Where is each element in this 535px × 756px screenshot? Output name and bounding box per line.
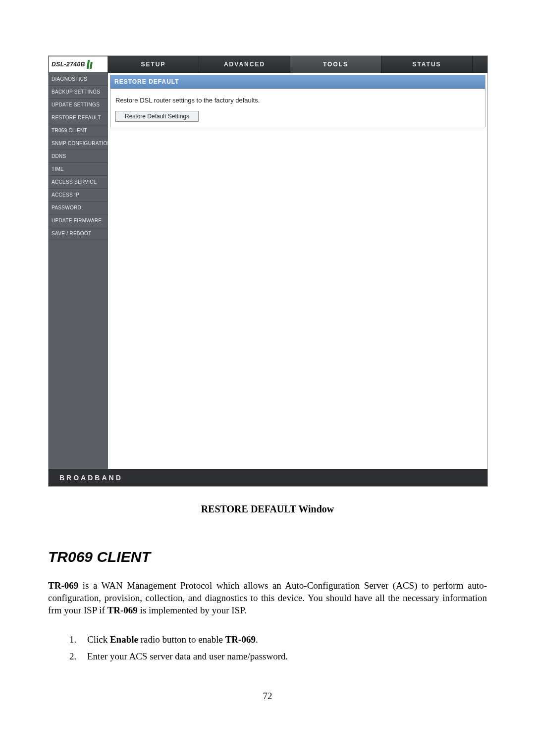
logo-bars-icon: [87, 60, 92, 69]
sidebar-item-snmp-configuration[interactable]: SNMP CONFIGURATION: [49, 137, 108, 150]
section-heading-tr069: TR069 CLIENT: [48, 549, 151, 565]
tab-spacer: [473, 56, 487, 73]
figure-caption: RESTORE DEFAULT Window: [0, 504, 535, 515]
term-tr069-2: TR-069: [107, 605, 138, 615]
tab-status[interactable]: STATUS: [381, 56, 473, 73]
sidebar-item-password[interactable]: PASSWORD: [49, 202, 108, 214]
content-area: RESTORE DEFAULT Restore DSL router setti…: [108, 73, 487, 469]
sidebar-item-save-reboot[interactable]: SAVE / REBOOT: [49, 227, 108, 240]
footer-bar-broadband: BROADBAND: [49, 469, 487, 486]
top-tab-row: DSL-2740B SETUP ADVANCED TOOLS STATUS: [49, 56, 487, 73]
device-model-label: DSL-2740B: [52, 61, 85, 68]
document-page: DSL-2740B SETUP ADVANCED TOOLS STATUS DI…: [0, 0, 535, 756]
sidebar-item-access-ip[interactable]: ACCESS IP: [49, 189, 108, 202]
term-tr069-1: TR-069: [48, 580, 78, 591]
tab-tools[interactable]: TOOLS: [290, 56, 381, 73]
panel-header: RESTORE DEFAULT: [110, 75, 485, 89]
sidebar-item-ddns[interactable]: DDNS: [49, 150, 108, 163]
li1-tr069: TR-069: [225, 634, 256, 645]
router-admin-screenshot: DSL-2740B SETUP ADVANCED TOOLS STATUS DI…: [48, 55, 488, 487]
restore-default-panel: RESTORE DEFAULT Restore DSL router setti…: [110, 75, 485, 127]
li1-c: radio button to enable: [138, 634, 225, 645]
list-text-2: Enter your ACS server data and user name…: [87, 648, 288, 665]
list-item-1: 1. Click Enable radio button to enable T…: [69, 631, 288, 648]
sidebar: DIAGNOSTICS BACKUP SETTINGS UPDATE SETTI…: [49, 73, 108, 469]
device-logo-cell: DSL-2740B: [49, 56, 108, 73]
sidebar-item-backup-settings[interactable]: BACKUP SETTINGS: [49, 86, 108, 99]
list-number-2: 2.: [69, 648, 87, 665]
sidebar-item-tr069-client[interactable]: TR069 CLIENT: [49, 124, 108, 137]
li1-e: .: [256, 634, 258, 645]
list-text-1: Click Enable radio button to enable TR-0…: [87, 631, 258, 648]
sidebar-item-diagnostics[interactable]: DIAGNOSTICS: [49, 73, 108, 86]
ui-body: DIAGNOSTICS BACKUP SETTINGS UPDATE SETTI…: [49, 73, 487, 469]
page-number: 72: [0, 691, 535, 702]
list-number-1: 1.: [69, 631, 87, 648]
tr069-paragraph: TR-069 is a WAN Management Protocol whic…: [48, 579, 487, 616]
sidebar-item-time[interactable]: TIME: [49, 163, 108, 176]
sidebar-spacer: [49, 240, 108, 469]
tab-setup[interactable]: SETUP: [108, 56, 199, 73]
para-body-2: is implemented by your ISP.: [138, 605, 247, 615]
li1-a: Click: [87, 634, 110, 645]
restore-default-settings-button[interactable]: Restore Default Settings: [115, 111, 199, 122]
panel-description: Restore DSL router settings to the facto…: [110, 89, 485, 108]
sidebar-item-update-settings[interactable]: UPDATE SETTINGS: [49, 99, 108, 111]
tab-advanced[interactable]: ADVANCED: [199, 56, 290, 73]
sidebar-item-access-service[interactable]: ACCESS SERVICE: [49, 176, 108, 189]
list-item-2: 2. Enter your ACS server data and user n…: [69, 648, 288, 665]
instruction-list: 1. Click Enable radio button to enable T…: [69, 631, 288, 665]
sidebar-item-restore-default[interactable]: RESTORE DEFAULT: [49, 111, 108, 124]
sidebar-item-update-firmware[interactable]: UPDATE FIRMWARE: [49, 214, 108, 227]
li1-enable: Enable: [110, 634, 138, 645]
